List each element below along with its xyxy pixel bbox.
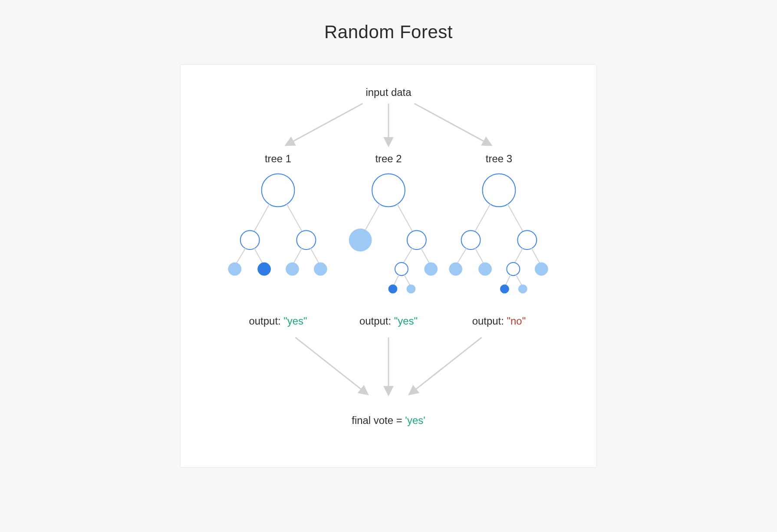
tree3-output: output: "no" — [472, 315, 526, 327]
tree2-leaf-selected — [388, 285, 397, 293]
arrow-tree1-to-final — [295, 338, 367, 394]
tree3-branch — [507, 204, 523, 233]
tree1-node — [240, 230, 260, 250]
tree3-node — [507, 263, 520, 276]
tree2-branch — [364, 204, 380, 233]
tree3-branch — [514, 248, 523, 264]
tree3-leaf-selected — [500, 285, 509, 293]
tree3-root — [483, 174, 516, 207]
tree1-branch — [293, 248, 302, 264]
arrow-input-to-tree1 — [287, 104, 363, 145]
tree1-branch — [254, 204, 270, 233]
tree2-node-filled — [349, 229, 372, 251]
tree1-output: output: "yes" — [249, 315, 307, 327]
tree1-node — [296, 230, 316, 250]
diagram-container: input data tree 1 output: "yes" tree 2 — [180, 64, 597, 468]
tree1-branch — [236, 248, 246, 264]
tree2-leaf — [425, 263, 438, 276]
tree2-branch — [404, 275, 410, 286]
tree2-branch — [394, 275, 399, 286]
tree1-root — [262, 174, 295, 207]
tree3-branch — [474, 204, 491, 233]
tree1-branch — [287, 204, 303, 233]
arrow-tree3-to-final — [410, 338, 482, 394]
tree3-branch — [531, 248, 540, 264]
tree2-node — [395, 263, 408, 276]
tree3-leaf — [535, 263, 548, 276]
tree2-root — [372, 174, 405, 207]
tree1-leaf — [314, 263, 327, 276]
tree3-label: tree 3 — [486, 153, 512, 164]
final-vote: final vote = 'yes' — [352, 414, 425, 426]
tree3-leaf — [479, 263, 492, 276]
tree2-label: tree 2 — [375, 153, 402, 164]
tree3-branch — [505, 275, 510, 286]
tree1-leaf — [286, 263, 299, 276]
tree1-branch — [310, 248, 319, 264]
tree3-branch — [457, 248, 467, 264]
tree3-branch — [516, 275, 522, 286]
tree2-branch — [403, 248, 412, 264]
tree2-output: output: "yes" — [359, 315, 418, 327]
tree1-label: tree 1 — [265, 153, 291, 164]
tree3-branch — [475, 248, 484, 264]
tree3-leaf — [518, 285, 527, 293]
tree3-node — [461, 230, 481, 250]
input-label: input data — [365, 86, 412, 98]
arrow-input-to-tree3 — [415, 104, 491, 145]
tree1-leaf — [228, 263, 241, 276]
random-forest-diagram: input data tree 1 output: "yes" tree 2 — [181, 65, 596, 467]
tree3-leaf — [449, 263, 462, 276]
tree2-leaf — [407, 285, 415, 293]
tree2-node — [407, 230, 426, 250]
tree1-leaf-selected — [258, 263, 271, 276]
tree3-node — [517, 230, 537, 250]
tree2-branch — [397, 204, 413, 233]
tree2-branch — [421, 248, 430, 264]
tree1-branch — [254, 248, 263, 264]
page-title: Random Forest — [324, 22, 453, 43]
